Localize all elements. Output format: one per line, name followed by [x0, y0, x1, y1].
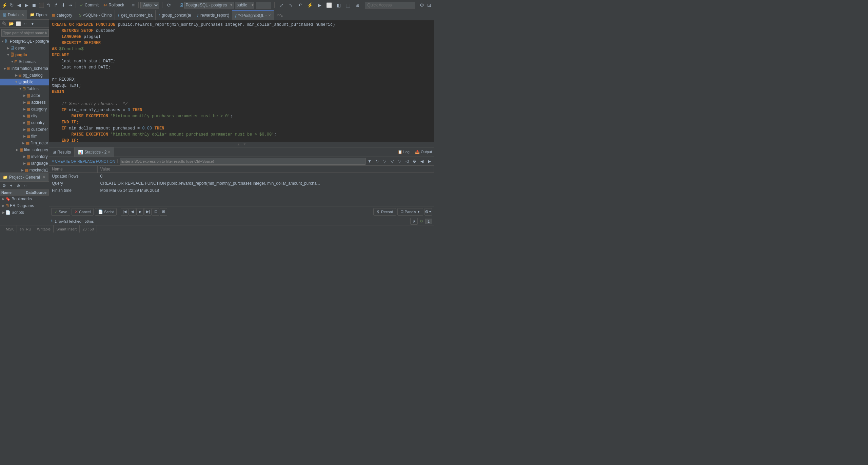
- toolbar-icon-8[interactable]: ↱: [53, 1, 59, 9]
- tree-item-info-schema[interactable]: ▶ ⊞ information_schema: [0, 65, 49, 72]
- proj-add-btn[interactable]: +: [8, 182, 15, 189]
- table-row[interactable]: Finish time Mon Mar 05 14:22:39 MSK 2018: [49, 187, 434, 194]
- auto-select[interactable]: Auto: [140, 2, 159, 8]
- proj-settings-btn[interactable]: ⚙: [1, 182, 7, 189]
- toolbar-icon-10[interactable]: ⇥: [67, 1, 74, 9]
- nav-page-start[interactable]: ⊡: [152, 208, 159, 216]
- results-filter-btn4[interactable]: ◁: [403, 158, 410, 165]
- tree-arrow-film-actor[interactable]: ▶: [22, 141, 26, 145]
- tree-item-demo[interactable]: ▶ 🗄 demo: [0, 45, 49, 52]
- tree-arrow-postgres[interactable]: ▼: [1, 40, 5, 43]
- toolbar-right-1[interactable]: ⤢: [278, 1, 285, 9]
- results-tab-statistics[interactable]: 📊 Statistics - 2 ✕: [75, 147, 114, 157]
- tree-arrow-country[interactable]: ▶: [22, 121, 26, 124]
- tree-item-city[interactable]: ▶ ▦ city: [0, 113, 49, 119]
- tree-arrow-inventory[interactable]: ▶: [22, 155, 26, 158]
- nav-next[interactable]: ▶: [136, 208, 144, 216]
- record-button[interactable]: 🎙 Record: [373, 208, 396, 216]
- table-row[interactable]: Updated Rows 0: [49, 173, 434, 180]
- results-nav-prev[interactable]: ◀: [418, 158, 425, 165]
- toolbar-right-3[interactable]: ↶: [297, 1, 304, 9]
- script-button[interactable]: 📄 Script: [95, 208, 117, 216]
- tree-item-category[interactable]: ▶ ▦ category: [0, 106, 49, 113]
- panel-btn-1[interactable]: 🔌: [1, 20, 7, 27]
- tree-item-film[interactable]: ▶ ▦ film: [0, 133, 49, 140]
- toolbar-icon-nav1[interactable]: ⟳: [165, 1, 173, 9]
- toolbar-icon-5[interactable]: ⏹: [31, 1, 37, 9]
- table-row[interactable]: Query CREATE OR REPLACE FUNCTION public.…: [49, 180, 434, 187]
- panel-btn-5[interactable]: ▼: [29, 20, 36, 27]
- proj-add2-btn[interactable]: ⊕: [15, 182, 22, 189]
- panel-btn-2[interactable]: 📂: [8, 20, 15, 27]
- results-filter-btn1[interactable]: ▽: [381, 158, 388, 165]
- results-settings-btn[interactable]: ⚙ ▼: [425, 208, 432, 216]
- tab-sqlite[interactable]: S <SQLite - Chino: [76, 10, 115, 20]
- tree-arrow-customer[interactable]: ▶: [22, 128, 26, 131]
- tree-item-public[interactable]: ▼ ⊞ public: [0, 79, 49, 85]
- toolbar-right-5[interactable]: ▶: [316, 1, 323, 9]
- code-editor[interactable]: CREATE OR REPLACE FUNCTION public.reward…: [49, 20, 434, 142]
- refresh-icon[interactable]: ↻: [420, 219, 423, 224]
- tree-arrow-address[interactable]: ▶: [22, 101, 26, 104]
- save-button[interactable]: ✓ Save: [51, 208, 70, 216]
- results-refresh-btn[interactable]: ↻: [374, 158, 380, 165]
- tree-item-pagila[interactable]: ▼ 🗄 pagila: [0, 52, 49, 58]
- tree-item-customer[interactable]: ▶ ▦ customer: [0, 126, 49, 133]
- tree-arrow-tables[interactable]: ▼: [18, 87, 22, 90]
- panel-tab-database[interactable]: 🗄 Datab ✕: [0, 10, 27, 19]
- tree-arrow-mockada1[interactable]: ▶: [21, 168, 25, 172]
- tab-extra[interactable]: >>4: [274, 10, 301, 20]
- toolbar-right-7[interactable]: ◧: [335, 1, 342, 9]
- output-button[interactable]: 📤 Output: [413, 149, 434, 155]
- tree-item-inventory[interactable]: ▶ ▦ inventory: [0, 153, 49, 160]
- toolbar-icon-3[interactable]: ◀: [16, 1, 23, 9]
- tree-item-postgres[interactable]: ▼ 🗄 PostgreSQL - postgres: [0, 38, 49, 45]
- tree-item-language[interactable]: ▶ ▦ language: [0, 160, 49, 167]
- toolbar-format[interactable]: ≡: [130, 1, 137, 9]
- db-tab-close[interactable]: ✕: [21, 13, 24, 17]
- proj-nav-btn[interactable]: ↔: [22, 182, 29, 189]
- tree-arrow-schemas[interactable]: ▼: [10, 60, 14, 63]
- proj-arrow-er[interactable]: ▶: [1, 204, 5, 207]
- results-filter-dropdown[interactable]: ▼: [366, 158, 373, 165]
- tree-item-mockada1[interactable]: ▶ ▦ mockada1: [0, 167, 49, 173]
- toolbar-icon-6[interactable]: ⬛: [38, 1, 45, 9]
- toolbar-layout[interactable]: ⊡: [426, 1, 433, 9]
- tree-arrow-category[interactable]: ▶: [22, 107, 26, 111]
- panel-btn-4[interactable]: ↔: [22, 20, 29, 27]
- tree-arrow-public[interactable]: ▼: [14, 80, 18, 84]
- results-tab-stats-close[interactable]: ✕: [108, 150, 111, 154]
- tree-item-pg-catalog[interactable]: ▶ ⊞ pg_catalog: [0, 72, 49, 79]
- nav-prev[interactable]: ◀: [129, 208, 136, 216]
- proj-item-er[interactable]: ▶ ⊞ ER Diagrams: [0, 202, 49, 209]
- tree-arrow-language[interactable]: ▶: [22, 162, 26, 165]
- tab-category[interactable]: ▦ category: [49, 10, 76, 20]
- tree-item-schemas[interactable]: ▼ ⊞ Schemas: [0, 58, 49, 65]
- tab-postgres-active[interactable]: ƒ *<PostgreSQL - ✕: [232, 10, 274, 20]
- tree-arrow-pg[interactable]: ▶: [14, 74, 18, 77]
- tree-item-film-category[interactable]: ▶ ▦ film_category: [0, 146, 49, 153]
- copy-button[interactable]: ⎘: [410, 218, 418, 225]
- tree-arrow-pagila[interactable]: ▼: [6, 53, 10, 57]
- proj-item-scripts[interactable]: ▶ 📄 Scripts: [0, 209, 49, 216]
- tree-arrow-city[interactable]: ▶: [22, 114, 26, 118]
- tree-item-country[interactable]: ▶ ▦ country: [0, 119, 49, 126]
- tree-arrow-film[interactable]: ▶: [22, 135, 26, 138]
- db-select[interactable]: PostgreSQL - postgres: [184, 2, 234, 8]
- nav-expand[interactable]: ⊞: [160, 208, 167, 216]
- nav-first[interactable]: |◀: [121, 208, 128, 216]
- toolbar-right-9[interactable]: ⊞: [354, 1, 361, 9]
- toolbar-right-8[interactable]: ⬚: [344, 1, 352, 9]
- toolbar-right-2[interactable]: ⤡: [287, 1, 295, 9]
- panel-btn-3[interactable]: ⬜: [15, 20, 22, 27]
- results-filter-input[interactable]: [120, 158, 366, 165]
- proj-arrow-scripts[interactable]: ▶: [1, 211, 5, 214]
- toolbar-icon-1[interactable]: ⚡: [1, 1, 8, 9]
- toolbar-icon-2[interactable]: ↻: [9, 1, 16, 9]
- project-tab-close[interactable]: ✕: [43, 175, 45, 179]
- commit-button[interactable]: ✓ Commit: [78, 2, 101, 8]
- tab-group-concat[interactable]: ƒ group_concat(te: [156, 10, 194, 20]
- project-tab[interactable]: 📁 Project - General ✕: [0, 173, 48, 181]
- results-nav-next[interactable]: ▶: [426, 158, 433, 165]
- results-filter-btn3[interactable]: ▽: [396, 158, 403, 165]
